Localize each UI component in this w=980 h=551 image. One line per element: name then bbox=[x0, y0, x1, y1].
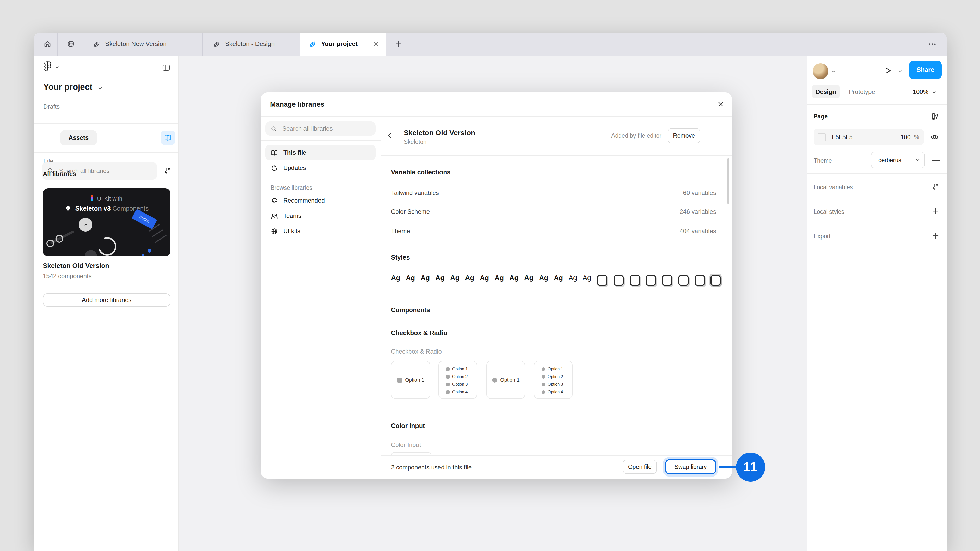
color-style-chip[interactable] bbox=[694, 275, 705, 286]
color-style-chip[interactable] bbox=[614, 275, 624, 286]
nav-this-file-active[interactable]: This file bbox=[266, 145, 375, 160]
theme-dropdown[interactable]: cerberus bbox=[871, 151, 925, 168]
swatchbook-icon[interactable] bbox=[931, 112, 940, 121]
figma-window: Skeleton New Version Skeleton - Design Y… bbox=[33, 32, 947, 551]
filter-sliders-icon[interactable] bbox=[932, 183, 940, 191]
home-button[interactable] bbox=[37, 32, 57, 56]
nav-teams[interactable]: Teams bbox=[266, 208, 375, 224]
style-sample[interactable]: Ag bbox=[435, 274, 445, 282]
minus-icon[interactable] bbox=[932, 159, 940, 160]
tab-prototype[interactable]: Prototype bbox=[849, 88, 875, 95]
close-tab-icon[interactable] bbox=[372, 40, 380, 48]
add-plus-icon[interactable] bbox=[932, 232, 940, 240]
chevron-down-icon[interactable] bbox=[98, 86, 102, 90]
tab-skeleton-design[interactable]: Skeleton - Design bbox=[202, 32, 300, 56]
color-style-chip[interactable] bbox=[646, 275, 656, 286]
nav-ui-kits[interactable]: UI kits bbox=[266, 224, 375, 239]
present-play-icon[interactable] bbox=[883, 66, 892, 75]
tab-design-active[interactable]: Design bbox=[811, 85, 840, 98]
style-sample[interactable]: Ag bbox=[569, 274, 577, 282]
checkbox-glyph bbox=[446, 390, 450, 394]
modal-search[interactable] bbox=[266, 121, 375, 136]
zoom-level[interactable]: 100% bbox=[907, 88, 928, 95]
swap-library-button[interactable]: Swap library bbox=[665, 459, 716, 475]
style-sample[interactable]: Ag bbox=[554, 274, 563, 282]
style-sample[interactable]: Ag bbox=[450, 274, 460, 282]
collection-count: 404 variables bbox=[567, 227, 716, 235]
radio-glyph bbox=[542, 375, 545, 379]
project-title[interactable]: Your project bbox=[43, 82, 92, 92]
open-file-button[interactable]: Open file bbox=[623, 460, 657, 474]
fill-opacity-field[interactable]: 100 % bbox=[890, 129, 924, 145]
library-meta: 1542 components bbox=[43, 272, 92, 279]
color-style-chip[interactable] bbox=[711, 275, 721, 286]
eye-icon[interactable] bbox=[930, 133, 939, 142]
community-button[interactable] bbox=[61, 32, 81, 56]
tab-skeleton-new-version[interactable]: Skeleton New Version bbox=[82, 32, 202, 56]
style-sample[interactable]: Ag bbox=[509, 274, 519, 282]
style-sample[interactable]: Ag bbox=[465, 274, 474, 282]
window-menu-button[interactable] bbox=[923, 32, 942, 56]
avatar[interactable] bbox=[813, 63, 829, 79]
divider bbox=[261, 116, 732, 117]
modal-search-input[interactable] bbox=[281, 124, 371, 133]
opacity-unit: % bbox=[914, 134, 919, 140]
screen: Skeleton New Version Skeleton - Design Y… bbox=[0, 0, 980, 551]
component-card-checkbox-group[interactable]: Option 1 Option 2 Option 3 Option 4 bbox=[438, 361, 477, 399]
skull-icon bbox=[65, 205, 72, 212]
chevron-down-icon[interactable] bbox=[898, 69, 902, 73]
modal-scrollbar[interactable] bbox=[727, 158, 729, 204]
tab-your-project-active[interactable]: Your project bbox=[300, 32, 387, 56]
add-plus-icon[interactable] bbox=[932, 207, 940, 215]
main-menu-button[interactable] bbox=[44, 61, 52, 73]
library-detail-title: Skeleton Old Version bbox=[404, 128, 475, 137]
thumb-deco-spinner bbox=[95, 234, 119, 256]
color-style-chip[interactable] bbox=[678, 275, 689, 286]
left-sidebar: Your project Drafts File Assets All libr… bbox=[33, 56, 179, 551]
tab-assets-active[interactable]: Assets bbox=[60, 130, 97, 145]
style-sample[interactable]: Ag bbox=[583, 274, 591, 282]
panel-toggle-icon[interactable] bbox=[162, 63, 170, 72]
color-swatch[interactable] bbox=[818, 133, 826, 141]
library-thumbnail[interactable]: UI Kit with Skeleton v3 Components Butto… bbox=[43, 188, 170, 256]
collection-name: Theme bbox=[391, 227, 410, 235]
fill-color-field[interactable]: F5F5F5 bbox=[814, 129, 889, 145]
component-group-subtitle: Checkbox & Radio bbox=[391, 348, 442, 355]
style-sample[interactable]: Ag bbox=[391, 274, 400, 282]
new-tab-button[interactable] bbox=[390, 32, 407, 56]
checkbox-glyph bbox=[446, 375, 450, 379]
back-chevron-icon[interactable] bbox=[386, 132, 394, 140]
color-style-chip[interactable] bbox=[662, 275, 672, 286]
color-style-chip[interactable] bbox=[630, 275, 640, 286]
share-button[interactable]: Share bbox=[909, 60, 942, 79]
style-sample[interactable]: Ag bbox=[524, 274, 533, 282]
close-icon[interactable] bbox=[717, 100, 725, 108]
theme-value: cerberus bbox=[878, 157, 901, 163]
remove-button[interactable]: Remove bbox=[668, 128, 700, 143]
component-card-radio-group[interactable]: Option 1 Option 2 Option 3 Option 4 bbox=[534, 361, 573, 399]
filter-sliders-icon[interactable] bbox=[163, 166, 172, 175]
chevron-down-icon[interactable] bbox=[55, 65, 59, 69]
style-sample[interactable]: Ag bbox=[480, 274, 489, 282]
library-button[interactable] bbox=[161, 130, 175, 145]
style-sample[interactable]: Ag bbox=[421, 274, 430, 282]
color-style-swatches bbox=[597, 275, 721, 286]
tab-label: Skeleton New Version bbox=[105, 40, 167, 48]
thumb-deco-dot bbox=[148, 249, 151, 252]
component-card-checkbox-single[interactable]: Option 1 bbox=[391, 361, 430, 399]
nav-recommended[interactable]: Recommended bbox=[266, 193, 375, 208]
nav-updates[interactable]: Updates bbox=[266, 160, 375, 176]
color-style-chip[interactable] bbox=[597, 275, 608, 286]
chevron-down-icon[interactable] bbox=[932, 90, 936, 94]
style-sample[interactable]: Ag bbox=[539, 274, 548, 282]
chevron-down-icon[interactable] bbox=[832, 69, 835, 73]
library-title[interactable]: Skeleton Old Version bbox=[43, 262, 109, 269]
style-sample[interactable]: Ag bbox=[495, 274, 504, 282]
fill-hex-value[interactable]: F5F5F5 bbox=[832, 134, 853, 140]
color-input-subtitle: Color Input bbox=[391, 441, 421, 448]
file-tab-icon bbox=[213, 40, 221, 48]
component-card-radio-single[interactable]: Option 1 bbox=[487, 361, 525, 399]
add-more-libraries-button[interactable]: Add more libraries bbox=[43, 293, 170, 306]
opacity-value[interactable]: 100 bbox=[900, 134, 910, 140]
style-sample[interactable]: Ag bbox=[406, 274, 415, 282]
